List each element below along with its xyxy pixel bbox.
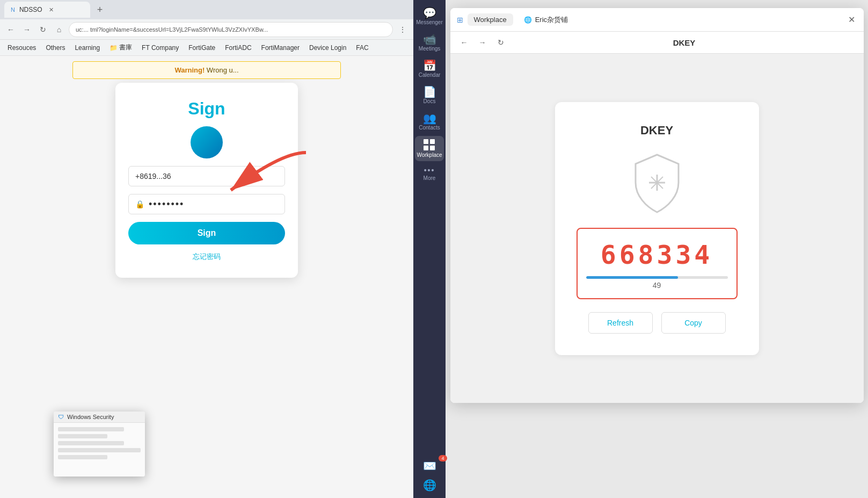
windows-security-thumbnail[interactable]: 🛡 Windows Security [54, 412, 145, 477]
bookmarks-bar: Resouces Others Learning 📁 書庫 FT Company… [0, 40, 413, 56]
workplace-panel: ⊞ Workplace 🌐 Eric杂货铺 ✕ ← → ↻ DKEY DKEY [446, 0, 868, 498]
sidebar-item-mail[interactable]: ✉️ 4 [415, 457, 444, 474]
dialog-back-btn[interactable]: ← [457, 35, 472, 50]
bookmark-fac-label: FAC [356, 44, 368, 52]
dialog-tab-secondary-label: Eric杂货铺 [535, 15, 568, 25]
sidebar: 💬 Messenger 📹 Meetings 📅 Calendar 📄 Docs… [413, 0, 446, 498]
eric-tab-icon: 🌐 [524, 16, 532, 24]
sidebar-calendar-label: Calendar [419, 72, 441, 78]
forgot-password-link[interactable]: 忘记密码 [193, 252, 221, 262]
windows-security-header: 🛡 Windows Security [54, 412, 145, 423]
bookmark-ftcompany-label: FT Company [142, 44, 179, 52]
signin-button[interactable]: Sign [128, 222, 285, 244]
address-text: uc:... tml?loginName=&successUrl=L3VjL2F… [76, 26, 268, 33]
copy-label: Copy [684, 319, 702, 327]
dkey-card: DKEY 668334 [555, 102, 759, 355]
dialog-nav-title: DKEY [512, 38, 857, 47]
sidebar-item-more[interactable]: ••• More [415, 163, 444, 184]
dialog-close-btn[interactable]: ✕ [847, 15, 857, 25]
red-arrow-indicator [209, 142, 317, 208]
new-tab-btn[interactable]: + [92, 2, 107, 17]
bookmark-fortiadc-label: FortiADC [225, 44, 251, 52]
bottom-app-icon: 🌐 [423, 480, 436, 490]
sidebar-item-workplace[interactable]: Workplace [415, 136, 444, 161]
progress-count: 49 [653, 281, 661, 290]
bookmark-learning-label: Learning [75, 44, 100, 52]
dialog-tab-primary[interactable]: Workplace [468, 13, 513, 26]
bookmark-others[interactable]: Others [42, 43, 68, 53]
mail-badge: 4 [439, 455, 447, 461]
home-btn[interactable]: ⌂ [53, 23, 65, 36]
copy-button[interactable]: Copy [661, 312, 726, 334]
sidebar-item-bottom-app[interactable]: 🌐 [415, 477, 444, 494]
sidebar-workplace-label: Workplace [417, 152, 442, 158]
dialog-tab-primary-label: Workplace [474, 16, 507, 24]
warning-banner: Warning! Wrong u... [72, 61, 341, 79]
bookmark-fortiadc[interactable]: FortiADC [222, 43, 254, 53]
bookmark-shuuku[interactable]: 📁 書庫 [106, 42, 135, 53]
bookmark-resouces[interactable]: Resouces [4, 43, 39, 53]
bookmark-shuuku-label: 書庫 [119, 43, 132, 52]
calendar-icon: 📅 [423, 60, 436, 71]
forward-btn[interactable]: → [20, 23, 33, 36]
sidebar-item-calendar[interactable]: 📅 Calendar [415, 57, 444, 81]
sidebar-item-messenger[interactable]: 💬 Messenger [415, 4, 444, 28]
mail-badge-container[interactable]: ✉️ 4 [415, 457, 444, 474]
browser-tab[interactable]: N NDSSO ✕ [4, 2, 90, 18]
dialog-tab-secondary[interactable]: 🌐 Eric杂货铺 [517, 13, 574, 27]
bookmark-devicelogin-label: Device Login [309, 44, 346, 52]
ws-content-row-4 [58, 448, 141, 452]
bookmark-fortigate[interactable]: FortiGate [185, 43, 218, 53]
dialog-nav: ← → ↻ DKEY [450, 32, 864, 54]
sidebar-contacts-label: Contacts [419, 125, 440, 131]
docs-icon: 📄 [423, 86, 436, 97]
otp-code: 668334 [601, 240, 713, 270]
mail-icon: ✉️ [423, 460, 436, 471]
shield-small-icon: 🛡 [58, 414, 64, 420]
otp-box: 668334 49 [577, 228, 738, 299]
bookmark-resouces-label: Resouces [8, 44, 36, 52]
reload-btn[interactable]: ↻ [37, 23, 49, 36]
dialog-forward-btn[interactable]: → [475, 35, 490, 50]
extensions-btn[interactable]: ⋮ [396, 23, 409, 36]
more-icon: ••• [424, 167, 435, 174]
windows-security-title: Windows Security [67, 414, 114, 420]
lock-icon: 🔒 [135, 200, 144, 208]
bookmark-ftcompany[interactable]: FT Company [138, 43, 182, 53]
ws-content-row-3 [58, 441, 124, 445]
messenger-icon: 💬 [423, 8, 436, 18]
password-dots: •••••••• [149, 199, 184, 210]
contacts-icon: 👥 [423, 113, 436, 124]
tab-close-btn[interactable]: ✕ [49, 6, 54, 13]
bookmark-learning[interactable]: Learning [71, 43, 103, 53]
ws-content-row-1 [58, 427, 124, 431]
bookmark-fac[interactable]: FAC [353, 43, 371, 53]
dialog-window: ⊞ Workplace 🌐 Eric杂货铺 ✕ ← → ↻ DKEY DKEY [450, 8, 864, 403]
address-bar[interactable]: uc:... tml?loginName=&successUrl=L3VjL2F… [69, 22, 393, 37]
sign-title: Sign [188, 99, 225, 119]
dialog-titlebar: ⊞ Workplace 🌐 Eric杂货铺 ✕ [450, 8, 864, 32]
sidebar-item-meetings[interactable]: 📹 Meetings [415, 31, 444, 55]
sidebar-meetings-label: Meetings [419, 46, 441, 52]
refresh-button[interactable]: Refresh [588, 312, 653, 334]
workplace-icon [424, 139, 435, 151]
shield-icon [628, 150, 687, 215]
warning-label: Warning! [174, 66, 205, 74]
ws-content-row-5 [58, 455, 107, 459]
bookmark-fortimanager[interactable]: FortiManager [258, 43, 303, 53]
back-btn[interactable]: ← [4, 23, 17, 36]
dialog-refresh-btn[interactable]: ↻ [493, 35, 508, 50]
sidebar-item-docs[interactable]: 📄 Docs [415, 83, 444, 107]
shield-container [628, 150, 687, 215]
dkey-main-title: DKEY [640, 124, 673, 138]
bookmark-devicelogin[interactable]: Device Login [306, 43, 349, 53]
tab-bar: N NDSSO ✕ + [0, 0, 413, 19]
address-bar-row: ← → ↻ ⌂ uc:... tml?loginName=&successUrl… [0, 19, 413, 40]
progress-container: 49 [586, 276, 728, 290]
sidebar-docs-label: Docs [424, 98, 436, 104]
sidebar-messenger-label: Messenger [416, 19, 442, 25]
bookmark-others-label: Others [46, 44, 65, 52]
sidebar-item-contacts[interactable]: 👥 Contacts [415, 110, 444, 134]
browser-window: N NDSSO ✕ + ← → ↻ ⌂ uc:... tml?loginName… [0, 0, 413, 498]
meetings-icon: 📹 [423, 34, 436, 45]
